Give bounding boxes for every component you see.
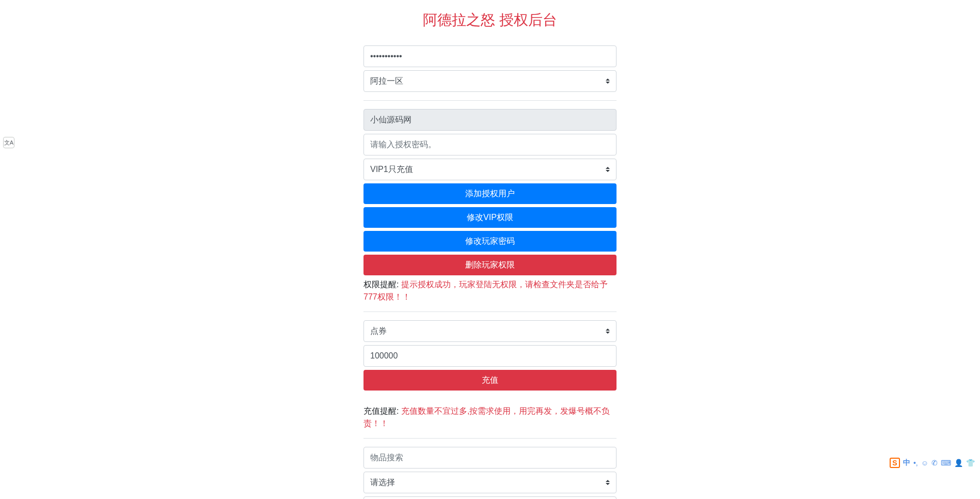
recharge-hint-label: 充值提醒: — [363, 407, 401, 415]
ime-lang-toggle[interactable]: 中 — [903, 458, 910, 467]
server-section: 阿拉一区 — [363, 45, 617, 92]
auth-code-input[interactable] — [363, 134, 617, 155]
translate-widget[interactable]: 文A — [3, 137, 14, 148]
divider — [363, 438, 617, 439]
divider — [363, 100, 617, 101]
auth-hint-label: 权限提醒: — [363, 280, 401, 289]
modify-password-button[interactable]: 修改玩家密码 — [363, 231, 617, 252]
vip-level-select[interactable]: VIP1只充值 — [363, 159, 617, 180]
ime-keyboard-icon[interactable]: ⌨ — [941, 459, 951, 467]
item-select[interactable]: 请选择 — [363, 472, 617, 493]
ime-mic-icon[interactable]: ✆ — [931, 459, 938, 467]
item-qty-input[interactable] — [363, 496, 617, 499]
translate-icon: 文A — [4, 139, 13, 147]
add-auth-user-button[interactable]: 添加授权用户 — [363, 183, 617, 204]
divider — [363, 311, 617, 312]
server-select[interactable]: 阿拉一区 — [363, 70, 617, 92]
ime-user-icon[interactable]: 👤 — [954, 459, 963, 467]
delete-permission-button[interactable]: 删除玩家权限 — [363, 255, 617, 275]
ime-logo-icon[interactable]: S — [890, 458, 900, 468]
ime-toolbar: S 中 •, ☺ ✆ ⌨ 👤 👕 — [890, 458, 975, 468]
ime-skin-icon[interactable]: 👕 — [966, 459, 975, 467]
mail-section: 请选择 发送邮件物品 — [363, 447, 617, 499]
auth-hint: 权限提醒: 提示授权成功，玩家登陆无权限，请检查文件夹是否给予777权限！！ — [363, 278, 617, 303]
item-search-input[interactable] — [363, 447, 617, 469]
recharge-section: 点券 充值 充值提醒: 充值数量不宜过多,按需求使用，用完再发，发爆号概不负责！… — [363, 320, 617, 430]
modify-vip-button[interactable]: 修改VIP权限 — [363, 207, 617, 228]
recharge-amount-input[interactable] — [363, 345, 617, 367]
auth-section: VIP1只充值 添加授权用户 修改VIP权限 修改玩家密码 删除玩家权限 权限提… — [363, 109, 617, 303]
ime-punct-toggle[interactable]: •, — [913, 459, 918, 467]
admin-password-input[interactable] — [363, 45, 617, 67]
recharge-type-select[interactable]: 点券 — [363, 320, 617, 342]
ime-emoji-icon[interactable]: ☺ — [921, 459, 928, 467]
main-container: 阿德拉之怒 授权后台 阿拉一区 VIP1只充值 添加授权用户 修改VIP权限 修… — [363, 0, 617, 499]
recharge-hint: 充值提醒: 充值数量不宜过多,按需求使用，用完再发，发爆号概不负责！！ — [363, 405, 617, 430]
recharge-button[interactable]: 充值 — [363, 370, 617, 391]
username-input[interactable] — [363, 109, 617, 131]
page-title: 阿德拉之怒 授权后台 — [363, 10, 617, 30]
